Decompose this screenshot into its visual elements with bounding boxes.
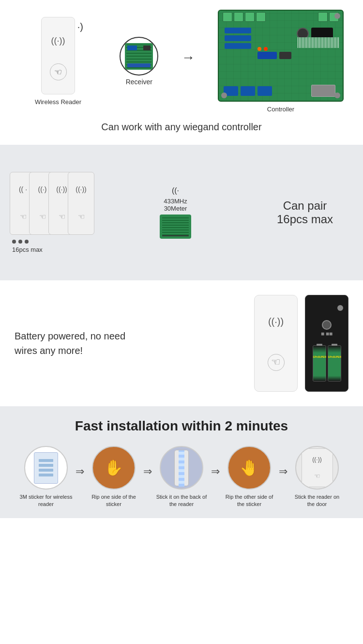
- black-reader-lens: [322, 320, 332, 330]
- arrow-icon: →: [182, 50, 195, 65]
- dot-1: [12, 240, 16, 244]
- step-1: 3M sticker for wireless reader: [19, 446, 73, 508]
- door-hand-icon: ☜: [314, 472, 320, 480]
- section-installation: Fast installation within 2 minutes 3M s: [0, 406, 363, 518]
- section-pairing: (( · ☜ ((·) ☜ ((·)) ☜ ((·)) ☜ 16pcs max …: [0, 145, 363, 280]
- section-wireless-reader: ·) ((·)) ☜ Wireless Reader Receiver →: [0, 0, 363, 145]
- dots-row: [10, 240, 94, 244]
- mini-hand-1: ☜: [20, 212, 27, 221]
- rip-hand-icon: ✋: [104, 459, 123, 477]
- mini-wave-3: ((·)): [56, 185, 67, 193]
- fast-install-title: Fast installation within 2 minutes: [10, 418, 353, 434]
- step-1-label: 3M sticker for wireless reader: [19, 493, 73, 508]
- step-4-visual: 🤚: [228, 447, 270, 489]
- wireless-reader-label: Wireless Reader: [35, 98, 81, 106]
- wiegand-caption: Can work with any wiegand controller: [15, 113, 348, 140]
- step-2-label: Rip one side of the sticker: [87, 493, 140, 508]
- mini-hand-3: ☜: [59, 212, 65, 221]
- pcs-label: 16pcs max: [10, 246, 94, 253]
- step-4-circle: 🤚: [227, 446, 271, 490]
- black-reader: ◼ ◼◼: [305, 295, 348, 392]
- sticker-lines: [39, 459, 53, 476]
- mini-hand-2: ☜: [39, 212, 46, 221]
- door-signal-icon: ((·)): [312, 456, 321, 463]
- door-setup: ((·)) ☜: [302, 448, 333, 487]
- sticker-line-3: [39, 469, 53, 472]
- controller-board: [218, 10, 344, 102]
- mini-wave-2: ((·): [38, 185, 47, 193]
- freq-signal-icon: ((·: [172, 186, 179, 195]
- dot-3: [25, 240, 29, 244]
- readers-group: (( · ☜ ((·) ☜ ((·)) ☜ ((·)) ☜: [10, 172, 94, 235]
- mini-wave-1: (( ·: [19, 185, 27, 193]
- sticker-item: [34, 452, 58, 484]
- battery-2: [328, 345, 341, 382]
- step-4-label: Rip the other side of the sticker: [223, 493, 276, 508]
- sticker-line-1: [39, 459, 53, 462]
- signal-icon: ·): [77, 21, 83, 32]
- step-5-circle: ((·)) ☜: [295, 446, 339, 490]
- step-2-visual: ✋: [93, 447, 135, 489]
- sticker-line-2: [39, 464, 53, 467]
- wireless-reader-block: ·) ((·)) ☜ Wireless Reader: [19, 17, 97, 106]
- mini-reader-4: ((·)) ☜: [68, 172, 94, 235]
- white-reader-button: ☜: [268, 354, 285, 371]
- mini-wave-4: ((·)): [76, 185, 87, 193]
- dot-2: [18, 240, 22, 244]
- mini-hand-4: ☜: [78, 212, 85, 221]
- freq-text: 433MHz30Meter: [164, 198, 187, 212]
- steps-row: 3M sticker for wireless reader ⇒ ✋ Rip o…: [10, 446, 353, 508]
- readers-group-container: (( · ☜ ((·) ☜ ((·)) ☜ ((·)) ☜ 16pcs max: [10, 172, 94, 253]
- rip2-hand-icon: 🤚: [240, 459, 259, 477]
- step-2-circle: ✋: [92, 446, 136, 490]
- reader-button: ☜: [50, 63, 67, 80]
- mini-device-sticker: [174, 450, 189, 486]
- pair-caption: Can pair 16pcs max: [257, 199, 353, 226]
- reader-device: ·) ((·)) ☜: [41, 17, 75, 94]
- battery-text: Battery powered, no need wires any more!: [15, 329, 150, 358]
- section-battery: Battery powered, no need wires any more!…: [0, 280, 363, 406]
- white-reader-wave: ((·)): [268, 316, 284, 327]
- white-reader: ((·)) ☜: [254, 295, 298, 392]
- step-3-circle: [160, 446, 203, 490]
- step-5: ((·)) ☜ Stick the reader on the door: [290, 446, 344, 508]
- reader-wave-icon: ((·)): [51, 36, 65, 46]
- freq-block: ((· 433MHz30Meter: [160, 186, 191, 239]
- step-3-label: Stick it on the back of the reader: [155, 493, 208, 508]
- step-2: ✋ Rip one side of the sticker: [87, 446, 140, 508]
- sticker-line-4: [39, 474, 53, 476]
- freq-pcb: [160, 215, 191, 239]
- step-4: 🤚 Rip the other side of the sticker: [223, 446, 276, 508]
- receiver-block: Receiver: [120, 37, 158, 86]
- arrow-2: ⇒: [140, 446, 155, 478]
- white-reader-hand-icon: ☜: [271, 356, 281, 368]
- arrow-4: ⇒: [276, 446, 290, 478]
- step-3-visual: [161, 447, 202, 489]
- arrow-3: ⇒: [208, 446, 223, 478]
- step-5-label: Stick the reader on the door: [290, 493, 344, 508]
- tape-strip: [179, 450, 184, 487]
- step-5-visual: ((·)) ☜: [296, 447, 338, 489]
- controller-block: Controller: [218, 10, 344, 113]
- devices-row: ((·)) ☜ ◼ ◼◼: [254, 295, 348, 392]
- receiver-label: Receiver: [126, 78, 152, 86]
- black-reader-dot: [337, 305, 343, 311]
- batteries-pair: [313, 345, 341, 382]
- battery-1: [313, 345, 326, 382]
- step-1-visual: [25, 447, 67, 489]
- controller-label: Controller: [267, 106, 294, 113]
- arrow-1: ⇒: [73, 446, 87, 478]
- step-1-circle: [24, 446, 68, 490]
- step-3: Stick it on the back of the reader: [155, 446, 208, 508]
- receiver-circle: [120, 37, 158, 76]
